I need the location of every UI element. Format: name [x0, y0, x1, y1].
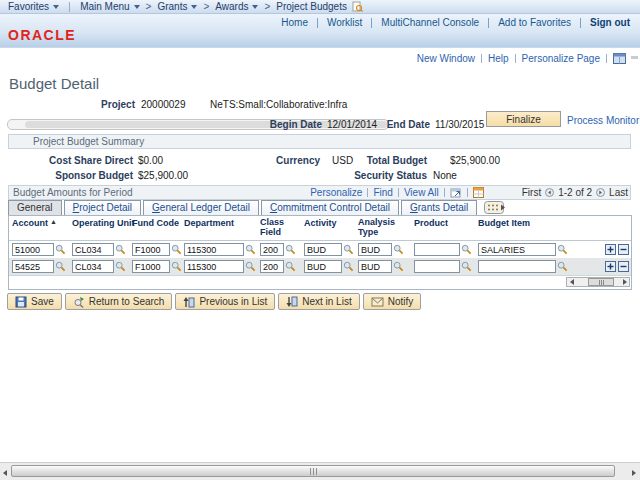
- main-menu[interactable]: Main Menu: [80, 1, 139, 12]
- delete-row-button[interactable]: [618, 244, 629, 255]
- lookup-icon[interactable]: [393, 261, 404, 272]
- save-button[interactable]: Save: [7, 293, 62, 310]
- activity-input[interactable]: [304, 260, 342, 273]
- divider: [317, 18, 318, 28]
- personalize-page-icon[interactable]: [613, 53, 626, 64]
- download-spreadsheet-icon[interactable]: [473, 187, 484, 198]
- notify-button[interactable]: Notify: [363, 293, 422, 310]
- analysis-type-input[interactable]: [358, 260, 392, 273]
- pager-next-icon[interactable]: [596, 188, 605, 197]
- account-input[interactable]: [12, 260, 54, 273]
- tab-general[interactable]: General: [8, 200, 62, 215]
- department-input[interactable]: [184, 260, 244, 273]
- fund-code-input[interactable]: [132, 243, 170, 256]
- security-status-label: Security Status: [350, 170, 427, 181]
- analysis-type-input[interactable]: [358, 243, 392, 256]
- tab-project-detail[interactable]: Project Detail: [64, 200, 141, 215]
- account-input[interactable]: [12, 243, 54, 256]
- project-label: Project: [60, 99, 135, 110]
- page-scrollbar-thumb[interactable]: [11, 465, 615, 477]
- lookup-icon[interactable]: [115, 244, 126, 255]
- breadcrumb-grants[interactable]: Grants: [157, 1, 197, 12]
- lookup-icon[interactable]: [461, 244, 472, 255]
- zoom-grid-icon[interactable]: [450, 187, 462, 198]
- class-field-input[interactable]: [260, 260, 284, 273]
- delete-row-button[interactable]: [618, 261, 629, 272]
- column-header-class-field: Class Field: [257, 216, 301, 240]
- fund-code-input[interactable]: [132, 260, 170, 273]
- sign-out-link[interactable]: Sign out: [590, 17, 630, 28]
- scroll-right-icon[interactable]: [620, 278, 629, 286]
- scrollbar-stub: [631, 56, 638, 59]
- product-input[interactable]: [414, 260, 460, 273]
- show-all-columns-icon[interactable]: [484, 201, 507, 214]
- activity-input[interactable]: [304, 243, 342, 256]
- grid-scrollbar-thumb[interactable]: [588, 278, 614, 286]
- lookup-icon[interactable]: [557, 244, 568, 255]
- personalize-link[interactable]: Personalize: [310, 187, 362, 198]
- breadcrumb-separator: >: [146, 1, 152, 12]
- department-input[interactable]: [184, 243, 244, 256]
- home-link[interactable]: Home: [281, 17, 308, 28]
- next-in-list-button[interactable]: Next in List: [278, 293, 359, 310]
- tab-commitment-control-detail[interactable]: Commitment Control Detail: [261, 200, 399, 215]
- class-field-input[interactable]: [260, 243, 284, 256]
- pager-previous-icon[interactable]: [545, 188, 554, 197]
- return-to-search-button[interactable]: Return to Search: [65, 293, 173, 310]
- tab-general-ledger-detail[interactable]: General Ledger Detail: [143, 200, 259, 215]
- lookup-icon[interactable]: [55, 244, 66, 255]
- lookup-icon[interactable]: [115, 261, 126, 272]
- budget-item-input[interactable]: [478, 260, 556, 273]
- pager-first[interactable]: First: [522, 187, 541, 198]
- lookup-icon[interactable]: [245, 261, 256, 272]
- operating-unit-input[interactable]: [72, 243, 114, 256]
- scroll-left-icon[interactable]: [0, 467, 10, 479]
- favorites-menu[interactable]: Favorites: [8, 1, 59, 12]
- currency-label: Currency: [240, 155, 320, 166]
- cost-share-direct-value: $0.00: [138, 155, 163, 166]
- operating-unit-input[interactable]: [72, 260, 114, 273]
- breadcrumb-project-budgets[interactable]: Project Budgets: [276, 1, 347, 12]
- lookup-icon[interactable]: [285, 244, 296, 255]
- divider: [367, 188, 368, 197]
- view-all-link[interactable]: View All: [404, 187, 439, 198]
- sponsor-budget-value: $25,900.00: [138, 170, 188, 181]
- add-row-button[interactable]: [605, 261, 616, 272]
- personalize-page-link[interactable]: Personalize Page: [522, 53, 600, 64]
- finalize-button[interactable]: Finalize: [486, 111, 561, 127]
- scroll-right-icon[interactable]: [629, 467, 639, 479]
- page-horizontal-scrollbar[interactable]: [0, 462, 640, 480]
- breadcrumb-awards[interactable]: Awards: [215, 1, 258, 12]
- pager-last[interactable]: Last: [609, 187, 628, 198]
- breadcrumb: Favorites Main Menu > Grants > Awards > …: [0, 0, 640, 14]
- add-to-favorites-link[interactable]: Add to Favorites: [498, 17, 571, 28]
- lookup-icon[interactable]: [245, 244, 256, 255]
- lookup-icon[interactable]: [343, 244, 354, 255]
- product-input[interactable]: [414, 243, 460, 256]
- chevron-down-icon: [53, 5, 59, 9]
- tab-grants-detail[interactable]: Grants Detail: [401, 200, 477, 215]
- page-search-icon[interactable]: [352, 1, 363, 12]
- lookup-icon[interactable]: [285, 261, 296, 272]
- add-row-button[interactable]: [605, 244, 616, 255]
- help-link[interactable]: Help: [488, 53, 509, 64]
- find-link[interactable]: Find: [373, 187, 392, 198]
- lookup-icon[interactable]: [557, 261, 568, 272]
- worklist-link[interactable]: Worklist: [327, 17, 362, 28]
- lookup-icon[interactable]: [393, 244, 404, 255]
- header-band: Home Worklist MultiChannel Console Add t…: [0, 14, 640, 48]
- new-window-link[interactable]: New Window: [417, 53, 475, 64]
- budget-item-input[interactable]: [478, 243, 556, 256]
- budget-amounts-header: Budget Amounts for Period Personalize Fi…: [8, 185, 631, 200]
- column-header-account[interactable]: Account ▲: [9, 216, 69, 240]
- grid-horizontal-scrollbar[interactable]: [566, 277, 630, 287]
- process-monitor-link[interactable]: Process Monitor: [567, 115, 639, 126]
- lookup-icon[interactable]: [461, 261, 472, 272]
- lookup-icon[interactable]: [55, 261, 66, 272]
- column-header-budget-item: Budget Item: [475, 216, 571, 240]
- scroll-left-icon[interactable]: [567, 278, 576, 286]
- previous-in-list-button[interactable]: Previous in List: [175, 293, 275, 310]
- chevron-down-icon: [252, 5, 258, 9]
- lookup-icon[interactable]: [343, 261, 354, 272]
- multichannel-console-link[interactable]: MultiChannel Console: [381, 17, 479, 28]
